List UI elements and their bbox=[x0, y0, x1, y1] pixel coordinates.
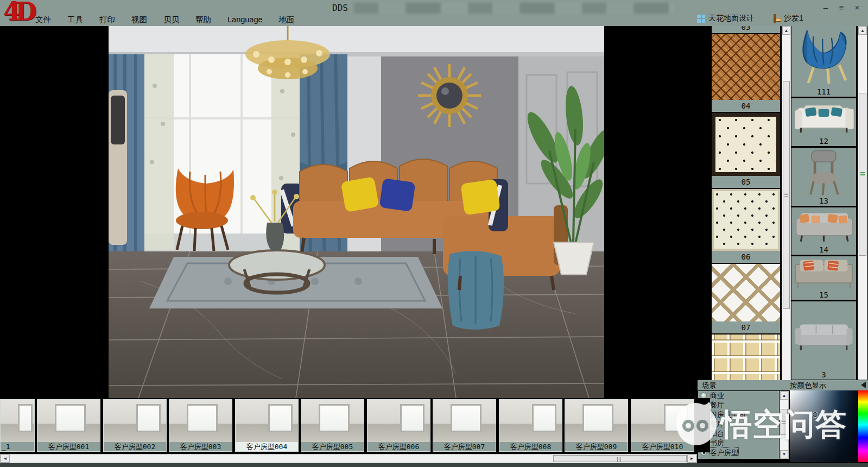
room-template-item[interactable]: 客户房型007 bbox=[433, 399, 496, 452]
menu-floor[interactable]: 地面 bbox=[271, 15, 303, 25]
scene-option-commercial[interactable]: 商业 bbox=[698, 391, 779, 401]
plain-grey-sofa-image bbox=[791, 301, 856, 370]
room-photo bbox=[169, 400, 232, 443]
scene-list-scrollbar[interactable]: ▲ ▼ bbox=[780, 391, 789, 459]
furniture-item-15[interactable]: 15 bbox=[791, 256, 856, 300]
furniture-item-12[interactable]: 12 bbox=[791, 98, 856, 146]
bottom-horizontal-scrollbar[interactable]: ◄ ► bbox=[0, 454, 697, 463]
room-scene-svg bbox=[109, 26, 604, 398]
room-template-item[interactable]: 客户房型001 bbox=[37, 399, 100, 452]
scroll-down-icon[interactable]: ▼ bbox=[780, 450, 788, 458]
room-template-item[interactable]: 客户房型006 bbox=[367, 399, 430, 452]
title-menu-bar: 4D DDS 文件 工具 打印 视图 贝贝 帮助 Language 地面 天花地… bbox=[0, 0, 868, 26]
room-photo bbox=[104, 400, 166, 443]
dds-application-window: 4D DDS 文件 工具 打印 视图 贝贝 帮助 Language 地面 天花地… bbox=[0, 0, 868, 467]
hue-bar[interactable] bbox=[858, 390, 868, 462]
menu-view[interactable]: 视图 bbox=[123, 15, 155, 25]
room-photo bbox=[565, 400, 628, 443]
blurred-title-text bbox=[354, 3, 674, 14]
room-template-item[interactable]: 客户房型010 bbox=[631, 399, 694, 452]
tab-sofa-label: 沙发1 bbox=[784, 14, 803, 23]
room-template-item[interactable]: 客户房型005 bbox=[301, 399, 364, 452]
room-photo bbox=[368, 400, 430, 443]
tab-sofa1[interactable]: 沙发1 bbox=[773, 14, 803, 23]
collapse-arrow-icon[interactable] bbox=[861, 382, 866, 388]
furniture-item-label: 3 bbox=[821, 370, 826, 380]
window-menu-icon[interactable]: ≡ bbox=[837, 2, 846, 13]
furniture-item-13[interactable]: 13 bbox=[791, 148, 856, 206]
tile-item-label[interactable]: 06 bbox=[712, 251, 780, 263]
room-template-strip: _1 客户房型001 客户房型002 客户房型003 客户房型004 客户房型0… bbox=[0, 398, 710, 452]
room-render-image[interactable] bbox=[109, 26, 604, 398]
tile-item-label[interactable]: 03 bbox=[712, 26, 780, 33]
tile-item-label[interactable]: 05 bbox=[712, 176, 780, 188]
tile-list-panel: 03 04 05 06 07 bbox=[712, 26, 780, 390]
scroll-up-icon[interactable]: ▲ bbox=[780, 392, 788, 400]
menu-beibei[interactable]: 贝贝 bbox=[155, 15, 187, 25]
furniture-panel-scrollbar[interactable]: ▲ ▼ bbox=[858, 26, 867, 388]
sofa-list-panel: 111 12 13 bbox=[791, 26, 856, 380]
window-title: DDS bbox=[332, 3, 348, 13]
close-icon[interactable]: × bbox=[852, 2, 862, 13]
tile-item-label[interactable]: 04 bbox=[712, 100, 780, 112]
furniture-item-label: 111 bbox=[817, 87, 831, 97]
furniture-item-14[interactable]: 14 bbox=[791, 207, 856, 255]
scrollbar-thumb[interactable] bbox=[783, 81, 790, 309]
furniture-item-label: 12 bbox=[819, 136, 828, 146]
room-template-item-selected[interactable]: 客户房型004 bbox=[235, 399, 299, 452]
minimize-icon[interactable]: – bbox=[821, 2, 831, 13]
scene-option-study[interactable]: 书房 bbox=[698, 439, 779, 449]
menu-tools[interactable]: 工具 bbox=[59, 15, 91, 25]
tile-item-05[interactable] bbox=[712, 113, 780, 176]
chair-icon bbox=[773, 14, 781, 23]
color-gradient-picker[interactable] bbox=[790, 390, 857, 462]
scroll-up-icon[interactable]: ▲ bbox=[858, 27, 867, 35]
menu-help[interactable]: 帮助 bbox=[187, 15, 219, 25]
scroll-left-icon[interactable]: ◄ bbox=[1, 455, 10, 463]
bottom-right-header: 场景 按颜色显示 bbox=[698, 380, 868, 390]
scene-option-living-room[interactable]: 客厅 bbox=[698, 420, 779, 430]
scene-category-list: 商业 餐厅 厨房卫生间 客厅 阳台 书房 客户房型 bbox=[698, 391, 779, 459]
beige-sofa-plaid-pillows-image bbox=[791, 256, 856, 290]
scene-option-dining[interactable]: 餐厅 bbox=[698, 401, 779, 411]
scroll-right-icon[interactable]: ► bbox=[687, 455, 696, 463]
room-template-item[interactable]: 客户房型002 bbox=[103, 399, 167, 452]
tab-ceiling-floor-design[interactable]: 天花地面设计 bbox=[697, 14, 754, 23]
tile-panel-scrollbar[interactable]: ▲ ▼ bbox=[782, 26, 791, 390]
grid-icon bbox=[697, 15, 705, 23]
room-template-item[interactable]: 客户房型008 bbox=[499, 399, 562, 452]
room-photo bbox=[37, 400, 100, 443]
ceiling bbox=[109, 26, 604, 54]
grey-chair-image bbox=[791, 148, 856, 196]
menubar: 文件 工具 打印 视图 贝贝 帮助 Language 地面 bbox=[27, 14, 303, 26]
scene-option-customer-room[interactable]: 客户房型 bbox=[698, 448, 779, 458]
scene-option-balcony[interactable]: 阳台 bbox=[698, 429, 779, 439]
room-template-item[interactable]: 客户房型009 bbox=[565, 399, 628, 452]
white-sofa-image bbox=[791, 98, 856, 136]
scrollbar-thumb[interactable] bbox=[553, 455, 687, 462]
tile-item-06[interactable] bbox=[712, 189, 780, 251]
furniture-item-label: 14 bbox=[819, 245, 828, 255]
color-picker-marker[interactable] bbox=[813, 412, 818, 417]
room-template-item[interactable]: 客户房型003 bbox=[169, 399, 232, 452]
room-photo bbox=[236, 400, 298, 443]
tile-item-04[interactable] bbox=[712, 34, 780, 100]
scrollbar-thumb[interactable] bbox=[781, 409, 788, 435]
window-bottom-edge bbox=[0, 463, 868, 467]
room-photo bbox=[499, 400, 562, 443]
grey-sofa-orange-pillows-image bbox=[791, 207, 856, 245]
blue-armchair-image bbox=[791, 26, 856, 87]
room-photo bbox=[433, 400, 496, 443]
room-template-item[interactable]: _1 bbox=[0, 399, 35, 452]
scroll-up-icon[interactable]: ▲ bbox=[782, 27, 790, 35]
scrollbar-thumb[interactable] bbox=[859, 93, 866, 256]
menu-file[interactable]: 文件 bbox=[27, 15, 59, 25]
scene-option-kitchen-bath[interactable]: 厨房卫生间 bbox=[698, 410, 779, 420]
menu-language[interactable]: Language bbox=[219, 15, 271, 24]
furniture-item-3[interactable]: 3 bbox=[791, 301, 856, 380]
furniture-item-111[interactable]: 111 bbox=[791, 26, 856, 97]
menu-print[interactable]: 打印 bbox=[91, 15, 123, 25]
tile-item-07[interactable] bbox=[712, 264, 780, 321]
tile-item-label[interactable]: 07 bbox=[712, 321, 780, 333]
design-canvas[interactable] bbox=[0, 26, 710, 398]
